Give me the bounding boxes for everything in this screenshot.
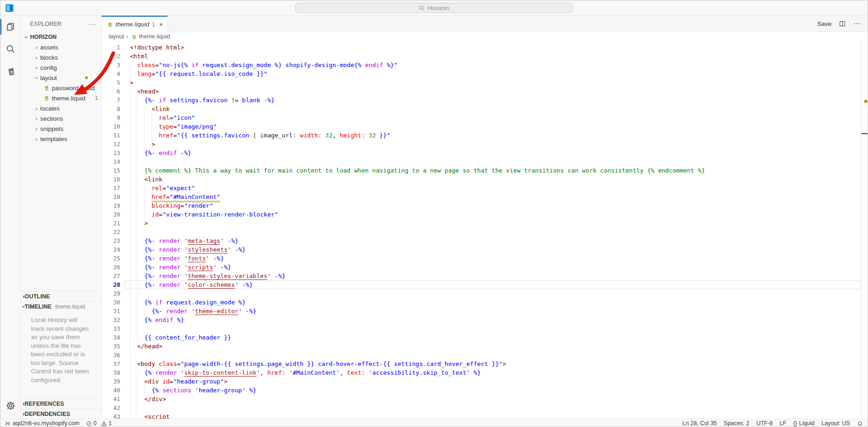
notifications-bell-button[interactable] (857, 421, 863, 427)
code-line[interactable]: 37<body class="page-width-{{ settings.pa… (102, 359, 868, 368)
explorer-more-actions-button[interactable]: ··· (89, 20, 97, 28)
code-line[interactable]: 43<script (102, 412, 868, 419)
sidebar-item-sections[interactable]: ›sections (21, 113, 101, 124)
remote-indicator[interactable]: aqd2n6-vu.myshopify.com (5, 419, 79, 427)
code-line[interactable]: 38{% render 'skip-to-content-link', href… (102, 368, 868, 377)
code-line[interactable]: 24{%- render 'stylesheets' -%} (102, 245, 868, 254)
breadcrumb-file[interactable]: theme.liquid (139, 33, 170, 40)
indentation-indicator[interactable]: Spaces: 2 (724, 420, 750, 427)
line-number[interactable]: 36 (102, 351, 124, 359)
code-line[interactable]: 5> (102, 78, 868, 87)
line-number[interactable]: 20 (102, 210, 124, 219)
line-number[interactable]: 24 (102, 245, 124, 254)
shopify-activity-button[interactable]: S (0, 60, 20, 82)
code-line[interactable]: 32{% endif %} (102, 316, 868, 324)
line-number[interactable]: 30 (102, 298, 124, 307)
sidebar-item-layout[interactable]: ›layout (21, 73, 101, 83)
code-line[interactable]: 11href="{{ settings.favicon | image_url:… (102, 131, 868, 140)
breadcrumb-folder[interactable]: layout (109, 33, 124, 40)
line-number[interactable]: 1 (102, 43, 124, 52)
code-line[interactable]: 31{%- render 'theme-editor' -%} (102, 307, 868, 316)
code-line[interactable]: 8<link (102, 105, 868, 113)
sidebar-item-assets[interactable]: ›assets (21, 42, 101, 52)
line-number[interactable]: 4 (102, 69, 124, 78)
code-line[interactable]: 13{%- endif -%} (102, 149, 868, 157)
line-number[interactable]: 31 (102, 307, 124, 316)
close-icon[interactable]: × (159, 21, 163, 28)
line-number[interactable]: 11 (102, 131, 124, 140)
line-number[interactable]: 38 (102, 368, 124, 377)
line-number[interactable]: 22 (102, 228, 124, 236)
eol-indicator[interactable]: LF (780, 420, 787, 427)
line-number[interactable]: 37 (102, 359, 124, 368)
sidebar-item-snippets[interactable]: ›snippets (21, 124, 101, 134)
line-number[interactable]: 32 (102, 316, 124, 324)
code-line[interactable]: 7{%- if settings.favicon != blank -%} (102, 96, 868, 105)
line-number[interactable]: 43 (102, 412, 124, 419)
line-number[interactable]: 28 (102, 280, 124, 289)
code-line[interactable]: 25{%- render 'fonts' -%} (102, 254, 868, 263)
tab-theme-liquid[interactable]: S theme.liquid 1 × (102, 16, 168, 32)
code-line[interactable]: 42 (102, 403, 868, 412)
code-line[interactable]: 4lang="{{ request.locale.iso_code }}" (102, 69, 868, 78)
code-line[interactable]: 39<div id="header-group"> (102, 377, 868, 386)
code-line[interactable]: 22 (102, 228, 868, 236)
code-line[interactable]: 17rel="expect" (102, 184, 868, 192)
code-line[interactable]: 15{% comment %} This a way to wait for m… (102, 166, 868, 175)
code-line[interactable]: 30{% if request.design_mode %} (102, 298, 868, 307)
command-search-box[interactable]: Horizon (295, 3, 573, 13)
line-number[interactable]: 6 (102, 87, 124, 96)
line-number[interactable]: 5 (102, 78, 124, 87)
overview-ruler[interactable] (861, 41, 868, 419)
line-number[interactable]: 3 (102, 61, 124, 69)
code-line[interactable]: 29 (102, 289, 868, 298)
line-number[interactable]: 12 (102, 140, 124, 149)
code-line[interactable]: 1<!doctype html> (102, 43, 868, 52)
sidebar-item-blocks[interactable]: ›blocks (21, 52, 101, 62)
line-number[interactable]: 27 (102, 272, 124, 280)
code-line[interactable]: 16<link (102, 175, 868, 184)
keyboard-layout-indicator[interactable]: Layout: US (821, 420, 850, 427)
sidebar-item-horizon-root[interactable]: › HORIZON (21, 32, 101, 42)
line-number[interactable]: 14 (102, 157, 124, 166)
line-number[interactable]: 21 (102, 219, 124, 228)
problems-indicator[interactable]: 0 1 (86, 419, 112, 427)
code-line[interactable]: 19blocking="render" (102, 201, 868, 210)
cursor-position-indicator[interactable]: Ln 28, Col 35 (682, 420, 716, 427)
line-number[interactable]: 2 (102, 52, 124, 61)
code-line[interactable]: 12> (102, 140, 868, 149)
sidebar-item-password-liquid[interactable]: Spassword.liquid (21, 83, 101, 93)
code-line[interactable]: 35</head> (102, 342, 868, 351)
line-number[interactable]: 9 (102, 113, 124, 122)
search-activity-button[interactable] (0, 38, 20, 60)
sidebar-item-templates[interactable]: ›templates (21, 134, 101, 144)
language-indicator[interactable]: {} Liquid (793, 420, 814, 427)
line-number[interactable]: 29 (102, 289, 124, 298)
code-line[interactable]: 34{{ content_for_header }} (102, 333, 868, 342)
timeline-section-header[interactable]: › TIMELINE theme.liquid (21, 301, 101, 311)
line-number[interactable]: 35 (102, 342, 124, 351)
line-number[interactable]: 16 (102, 175, 124, 184)
encoding-indicator[interactable]: UTF-8 (756, 420, 772, 427)
sidebar-item-theme-liquid[interactable]: Stheme.liquid1 (21, 93, 101, 103)
code-line[interactable]: 2<html (102, 52, 868, 61)
line-number[interactable]: 26 (102, 263, 124, 272)
line-number[interactable]: 10 (102, 122, 124, 131)
code-line[interactable]: 28{%- render 'color-schemes' -%} (102, 280, 868, 289)
explorer-activity-button[interactable] (0, 16, 20, 38)
more-actions-icon[interactable]: ⋯ (853, 19, 861, 28)
line-number[interactable]: 34 (102, 333, 124, 342)
line-number[interactable]: 7 (102, 96, 124, 105)
line-number[interactable]: 17 (102, 184, 124, 192)
line-number[interactable]: 42 (102, 403, 124, 412)
code-line[interactable]: 27{%- render 'theme-styles-variables' -%… (102, 272, 868, 280)
code-editor[interactable]: 1<!doctype html>2<html3class="no-js{% if… (102, 41, 868, 419)
code-line[interactable]: 10type="image/png" (102, 122, 868, 131)
line-number[interactable]: 19 (102, 201, 124, 210)
sidebar-item-config[interactable]: ›config (21, 62, 101, 73)
line-number[interactable]: 25 (102, 254, 124, 263)
split-editor-icon[interactable] (839, 20, 846, 27)
references-section-header[interactable]: › REFERENCES (21, 398, 101, 408)
line-number[interactable]: 33 (102, 324, 124, 333)
sidebar-item-locales[interactable]: ›locales (21, 103, 101, 113)
